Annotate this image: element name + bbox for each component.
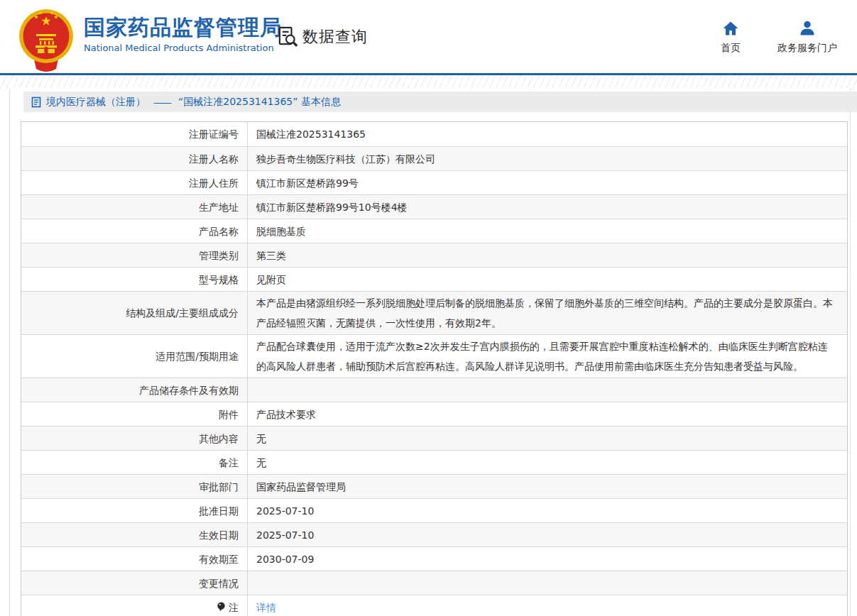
table-row: 附件产品技术要求 xyxy=(21,402,847,426)
row-value: 镇江市新区楚桥路99号10号楼4楼 xyxy=(248,195,847,219)
breadcrumb-detail: “国械注准20253141365” 基本信息 xyxy=(178,96,341,109)
table-row: 注册人名称独步吾奇生物医疗科技（江苏）有限公司 xyxy=(21,146,847,170)
breadcrumb-category[interactable]: 境内医疗器械（注册） xyxy=(46,96,146,109)
row-label: 附件 xyxy=(21,402,248,426)
row-value: 见附页 xyxy=(248,268,847,291)
content-panel: 境内医疗器械（注册） —— “国械注准20253141365” 基本信息 注册证… xyxy=(9,88,851,616)
row-value: 无 xyxy=(248,427,847,450)
row-label-text: 批准日期 xyxy=(199,502,239,519)
row-label-text: 适用范围/预期用途 xyxy=(155,348,239,365)
table-row: 结构及组成/主要组成成分本产品是由猪源组织经一系列脱细胞处理后制备的脱细胞基质，… xyxy=(21,291,847,334)
breadcrumb-separator: —— xyxy=(153,97,170,108)
row-value: 2025-07-10 xyxy=(248,523,847,546)
row-label: 注册证编号 xyxy=(21,122,248,146)
row-label-text: 附件 xyxy=(219,406,239,423)
detail-link[interactable]: 详情 xyxy=(256,598,276,616)
table-row: 有效期至2030-07-09 xyxy=(21,546,847,571)
row-label-text: 产品储存条件及有效期 xyxy=(139,382,239,399)
table-row: 备注无 xyxy=(21,450,847,474)
row-value-text: 见附页 xyxy=(256,270,286,290)
row-value-text: 无 xyxy=(256,453,266,473)
row-value-text: 镇江市新区楚桥路99号 xyxy=(256,173,359,193)
row-value-text: 脱细胞基质 xyxy=(256,221,306,241)
row-value-text: 独步吾奇生物医疗科技（江苏）有限公司 xyxy=(256,149,435,169)
site-header: 国家药品监督管理局 National Medical Products Admi… xyxy=(0,0,857,73)
page: 国家药品监督管理局 National Medical Products Admi… xyxy=(0,0,857,616)
row-value-text: 2030-07-09 xyxy=(256,549,314,569)
row-value: 独步吾奇生物医疗科技（江苏）有限公司 xyxy=(248,147,847,170)
row-label: 注册人名称 xyxy=(21,147,248,170)
row-label: 适用范围/预期用途 xyxy=(21,335,248,378)
row-label-text: 备注 xyxy=(219,454,239,471)
table-row: 批准日期2025-07-10 xyxy=(21,498,847,522)
row-value-text: 2025-07-10 xyxy=(256,501,314,521)
nav-home[interactable]: 首页 xyxy=(721,20,741,55)
row-value: 国械注准20253141365 xyxy=(248,122,847,146)
site-title-en: National Medical Products Administration xyxy=(84,43,282,53)
top-nav: 首页 政务服务门户 xyxy=(721,20,837,55)
row-label-text: 注 xyxy=(229,599,239,616)
row-label: 有效期至 xyxy=(21,547,248,571)
title-block: 国家药品监督管理局 National Medical Products Admi… xyxy=(84,16,282,53)
row-value: 产品技术要求 xyxy=(248,402,847,426)
row-value-text: 产品配合球囊使用，适用于流产次数≥2次并发生子宫内膜损伤的，且需要开展宫腔中重度… xyxy=(256,336,837,376)
row-label-text: 产品名称 xyxy=(199,223,239,240)
row-label: 变更情况 xyxy=(21,571,248,595)
row-value: 2025-07-10 xyxy=(248,499,847,522)
nav-portal-label: 政务服务门户 xyxy=(777,42,837,55)
row-value xyxy=(248,571,847,595)
row-label: 注 xyxy=(21,595,248,616)
row-label: 批准日期 xyxy=(21,499,248,522)
row-value-text: 镇江市新区楚桥路99号10号楼4楼 xyxy=(256,197,408,217)
table-row: 适用范围/预期用途产品配合球囊使用，适用于流产次数≥2次并发生子宫内膜损伤的，且… xyxy=(21,334,847,378)
row-label: 生产地址 xyxy=(21,195,248,219)
row-label-text: 有效期至 xyxy=(199,551,239,568)
row-value-text: 第三类 xyxy=(256,246,286,265)
row-value: 2030-07-09 xyxy=(248,547,847,571)
table-row: 产品储存条件及有效期 xyxy=(21,378,847,402)
row-label: 注册人住所 xyxy=(21,171,248,194)
note-icon xyxy=(217,602,226,612)
row-label: 备注 xyxy=(21,451,248,474)
site-title-cn: 国家药品监督管理局 xyxy=(84,16,282,39)
row-value: 详情 xyxy=(248,595,847,616)
registration-info-table: 注册证编号国械注准20253141365注册人名称独步吾奇生物医疗科技（江苏）有… xyxy=(21,121,848,616)
row-label-text: 其他内容 xyxy=(199,430,239,447)
table-row: 审批部门国家药品监督管理局 xyxy=(21,474,847,498)
row-label: 生效日期 xyxy=(21,523,248,546)
nav-home-label: 首页 xyxy=(721,42,741,55)
row-label-text: 注册人住所 xyxy=(189,175,239,192)
row-value-text: 2025-07-10 xyxy=(256,525,314,545)
row-label: 型号规格 xyxy=(21,268,248,291)
row-label-text: 结构及组成/主要组成成分 xyxy=(126,304,239,321)
row-label: 结构及组成/主要组成成分 xyxy=(21,292,248,334)
row-value: 第三类 xyxy=(248,243,847,267)
user-icon xyxy=(799,20,816,37)
row-value: 镇江市新区楚桥路99号 xyxy=(248,171,847,194)
document-search-icon xyxy=(277,26,299,48)
table-row: 型号规格见附页 xyxy=(21,267,847,291)
table-row: 产品名称脱细胞基质 xyxy=(21,219,847,243)
row-label: 产品储存条件及有效期 xyxy=(21,378,248,402)
row-value xyxy=(248,378,847,402)
nav-portal[interactable]: 政务服务门户 xyxy=(777,20,837,55)
row-label: 审批部门 xyxy=(21,475,248,498)
row-value: 无 xyxy=(248,451,847,474)
row-value: 产品配合球囊使用，适用于流产次数≥2次并发生子宫内膜损伤的，且需要开展宫腔中重度… xyxy=(248,335,847,378)
row-label-text: 审批部门 xyxy=(199,478,239,495)
breadcrumb: 境内医疗器械（注册） —— “国械注准20253141365” 基本信息 xyxy=(23,92,857,112)
table-row: 变更情况 xyxy=(21,571,847,595)
row-value-text: 国家药品监督管理局 xyxy=(256,477,346,497)
home-icon xyxy=(722,20,739,37)
row-label-text: 变更情况 xyxy=(199,575,239,592)
row-label-text: 注册人名称 xyxy=(189,150,239,167)
table-row: 注详情 xyxy=(21,595,847,616)
row-label: 其他内容 xyxy=(21,427,248,450)
table-row: 生产地址镇江市新区楚桥路99号10号楼4楼 xyxy=(21,194,847,219)
table-row: 其他内容无 xyxy=(21,426,847,450)
row-value: 本产品是由猪源组织经一系列脱细胞处理后制备的脱细胞基质，保留了细胞外基质的三维空… xyxy=(248,292,847,334)
row-value-text: 产品技术要求 xyxy=(256,405,316,424)
table-row: 生效日期2025-07-10 xyxy=(21,522,847,546)
national-emblem-logo xyxy=(18,6,75,72)
table-row: 注册证编号国械注准20253141365 xyxy=(21,122,847,146)
